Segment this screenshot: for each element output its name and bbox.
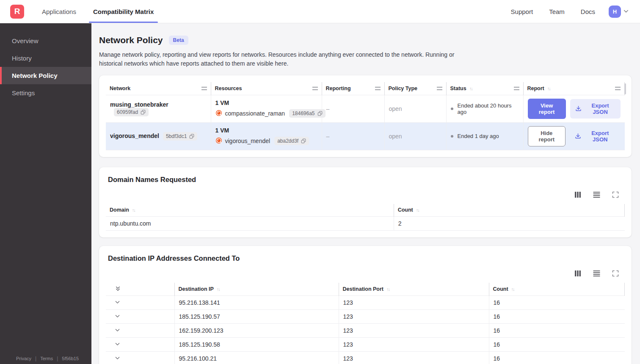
tab-applications[interactable]: Applications — [42, 0, 76, 23]
view-report-button[interactable]: View report — [528, 99, 566, 119]
domains-table-header-row: Domain↑↓ Count↑↓ — [106, 204, 625, 217]
col-policy-type: Policy Type — [384, 82, 446, 95]
link-docs[interactable]: Docs — [581, 8, 595, 15]
column-resize-handle[interactable] — [375, 87, 381, 90]
privacy-link[interactable]: Privacy — [16, 356, 31, 361]
export-json-button[interactable]: Export JSON — [570, 127, 620, 146]
sort-icon[interactable]: ↑↓ — [386, 287, 389, 292]
primary-nav: Applications Compatibility Matrix — [42, 0, 171, 23]
column-resize-handle[interactable] — [615, 87, 621, 90]
destination-row[interactable]: 95.216.138.141 123 16 — [106, 295, 625, 309]
col-destination-ip: Destination IP↑↓ — [174, 283, 339, 295]
sidebar-item-network-policy[interactable]: Network Policy — [0, 67, 91, 84]
expand-all-icon[interactable] — [115, 286, 171, 292]
vm-hash-pill: 184696a5 — [289, 109, 325, 118]
expand-row-icon[interactable] — [115, 342, 170, 347]
main-content: Network Policy Beta Manage network polic… — [91, 23, 640, 364]
sort-icon[interactable]: ↑↓ — [547, 86, 550, 91]
column-resize-handle[interactable] — [514, 87, 519, 90]
destination-ip: 185.125.190.58 — [174, 337, 339, 351]
export-json-button[interactable]: Export JSON — [570, 99, 621, 119]
terms-link[interactable]: Terms — [40, 356, 53, 361]
domains-card: Domain Names Requested Domain↑↓ Count↑↓ … — [99, 167, 632, 238]
col-count: Count↑↓ — [489, 283, 625, 295]
fullscreen-icon[interactable] — [612, 270, 619, 277]
destination-ip: 162.159.200.123 — [174, 323, 339, 337]
destination-row[interactable]: 162.159.200.123 123 16 — [106, 323, 625, 337]
rows-view-icon[interactable] — [593, 270, 600, 277]
rows-view-icon[interactable] — [593, 191, 600, 198]
sort-icon[interactable]: ↑↓ — [511, 287, 514, 292]
sort-icon[interactable]: ↑↓ — [132, 207, 135, 212]
sort-icon[interactable]: ↑↓ — [217, 287, 220, 292]
count-value: 16 — [489, 337, 625, 351]
beta-badge: Beta — [169, 36, 188, 45]
sidebar-item-overview[interactable]: Overview — [0, 32, 91, 50]
col-count: Count↑↓ — [394, 204, 624, 217]
destination-port: 123 — [339, 323, 489, 337]
copy-icon[interactable] — [141, 110, 146, 115]
columns-view-icon[interactable] — [574, 191, 581, 198]
network-row[interactable]: musing_stonebraker60959fad 1 VM compassi… — [106, 95, 625, 122]
destination-port: 123 — [339, 351, 489, 364]
destination-port: 123 — [339, 295, 489, 309]
link-support[interactable]: Support — [511, 8, 533, 15]
status-dot — [451, 135, 453, 138]
sidebar-footer: Privacy | Terms | 5f56b15 — [16, 356, 79, 361]
copy-icon[interactable] — [317, 111, 323, 116]
network-row[interactable]: vigorous_mendel5bdf3dc1 1 VM vigorous_me… — [106, 122, 625, 150]
table-scrollbar[interactable] — [624, 83, 626, 94]
col-report: Report↑↓ — [523, 82, 625, 95]
network-hash-pill: 5bdf3dc1 — [163, 132, 197, 141]
columns-view-icon[interactable] — [574, 270, 581, 277]
sidebar-item-history[interactable]: History — [0, 50, 91, 67]
avatar[interactable]: H — [609, 6, 621, 18]
link-team[interactable]: Team — [549, 8, 565, 15]
network-hash-pill: 60959fad — [114, 108, 149, 116]
copy-icon[interactable] — [189, 134, 194, 139]
build-hash: 5f56b15 — [62, 356, 79, 361]
destinations-table-header-row: Destination IP↑↓ Destination Port↑↓ Coun… — [106, 283, 625, 295]
destinations-table: Destination IP↑↓ Destination Port↑↓ Coun… — [106, 283, 625, 364]
destination-port: 123 — [339, 309, 489, 323]
column-resize-handle[interactable] — [201, 87, 207, 90]
download-icon — [575, 105, 582, 112]
col-status: Status↑↓ — [446, 82, 523, 95]
app-logo[interactable]: R — [10, 5, 24, 19]
expand-row-icon[interactable] — [115, 314, 170, 319]
status-text: Ended 1 day ago — [458, 133, 499, 139]
count-value: 16 — [489, 309, 625, 323]
tab-compatibility-matrix[interactable]: Compatibility Matrix — [93, 0, 154, 23]
status-dot — [451, 108, 453, 110]
qemu-icon — [215, 110, 222, 118]
column-resize-handle[interactable] — [437, 87, 442, 90]
hide-report-button[interactable]: Hide report — [528, 126, 566, 146]
status-text: Ended about 20 hours ago — [458, 102, 519, 115]
domains-table: Domain↑↓ Count↑↓ ntp.ubuntu.com 2 — [106, 204, 625, 231]
sidebar-item-settings[interactable]: Settings — [0, 84, 91, 102]
domain-value: ntp.ubuntu.com — [106, 217, 394, 231]
column-resize-handle[interactable] — [312, 87, 318, 90]
destination-row[interactable]: 185.125.190.58 123 16 — [106, 337, 625, 351]
destination-ip: 95.216.100.21 — [174, 351, 339, 364]
topbar-right: Support Team Docs H — [495, 6, 640, 18]
sort-icon[interactable]: ↑↓ — [469, 86, 472, 91]
col-reporting: Reporting — [322, 82, 384, 95]
networks-table: Network Resources Reporting Policy Type … — [106, 82, 625, 150]
user-menu[interactable]: H — [609, 6, 629, 18]
expand-row-icon[interactable] — [115, 300, 170, 305]
domain-row[interactable]: ntp.ubuntu.com 2 — [106, 217, 625, 231]
destination-row[interactable]: 185.125.190.57 123 16 — [106, 309, 625, 323]
top-navbar: R Applications Compatibility Matrix Supp… — [0, 0, 640, 23]
user-menu-chevron-icon[interactable] — [623, 8, 629, 14]
copy-icon[interactable] — [301, 138, 306, 143]
destination-row[interactable]: 95.216.100.21 123 16 — [106, 351, 625, 364]
count-value: 16 — [489, 351, 625, 364]
expand-row-icon[interactable] — [115, 328, 170, 333]
sort-icon[interactable]: ↑↓ — [416, 207, 419, 212]
qemu-icon — [215, 137, 222, 145]
expand-row-icon[interactable] — [115, 356, 170, 361]
col-network: Network — [106, 82, 211, 95]
fullscreen-icon[interactable] — [612, 191, 619, 198]
col-domain: Domain↑↓ — [106, 204, 394, 217]
